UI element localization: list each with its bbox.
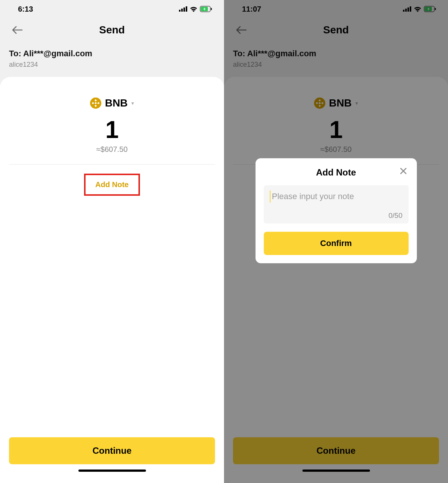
token-selector[interactable]: BNB ▾ — [0, 77, 224, 109]
status-bar: 6:13 — [0, 0, 224, 18]
send-card: BNB ▾ 1 ≈$607.50 Add Note Continue — [0, 77, 224, 483]
fiat-equivalent: ≈$607.50 — [0, 145, 224, 154]
status-time: 6:13 — [18, 5, 33, 14]
status-indicators — [179, 6, 212, 12]
header: Send — [0, 18, 224, 42]
modal-header: Add Note — [264, 167, 409, 178]
screen-send: 6:13 Send To: Ali***@gmail.com alice1234 — [0, 0, 224, 483]
add-note-modal: Add Note 0/50 Confirm — [256, 158, 417, 263]
recipient-username: alice1234 — [9, 61, 215, 69]
svg-rect-0 — [179, 10, 180, 12]
home-indicator[interactable] — [78, 470, 146, 472]
arrow-left-icon — [12, 26, 23, 34]
footer: Continue — [0, 437, 224, 483]
screen-add-note-modal: 11:07 Send To: Ali***@gmail.com alice123… — [224, 0, 448, 483]
char-counter: 0/50 — [270, 212, 403, 220]
svg-rect-2 — [183, 8, 185, 12]
page-title: Send — [99, 24, 125, 36]
divider — [9, 164, 215, 165]
note-input-container: 0/50 — [264, 185, 409, 224]
recipient-email: To: Ali***@gmail.com — [9, 49, 215, 58]
back-button[interactable] — [9, 22, 26, 38]
token-symbol: BNB — [105, 97, 128, 109]
note-input[interactable] — [270, 190, 403, 202]
battery-charging-icon — [200, 6, 212, 12]
bnb-token-icon — [90, 98, 101, 109]
svg-rect-3 — [186, 6, 187, 12]
recipient-block: To: Ali***@gmail.com alice1234 — [0, 42, 224, 74]
confirm-button[interactable]: Confirm — [264, 232, 409, 255]
modal-title: Add Note — [264, 167, 409, 178]
close-icon — [400, 168, 407, 174]
amount-input[interactable]: 1 — [0, 116, 224, 144]
add-note-button[interactable]: Add Note — [84, 174, 140, 196]
cellular-signal-icon — [179, 6, 187, 12]
chevron-down-icon: ▾ — [131, 100, 134, 106]
wifi-icon — [189, 6, 198, 12]
modal-close-button[interactable] — [398, 166, 409, 176]
svg-rect-6 — [211, 8, 212, 10]
svg-rect-1 — [181, 9, 183, 12]
add-note-row: Add Note — [0, 174, 224, 196]
continue-button[interactable]: Continue — [9, 437, 215, 464]
